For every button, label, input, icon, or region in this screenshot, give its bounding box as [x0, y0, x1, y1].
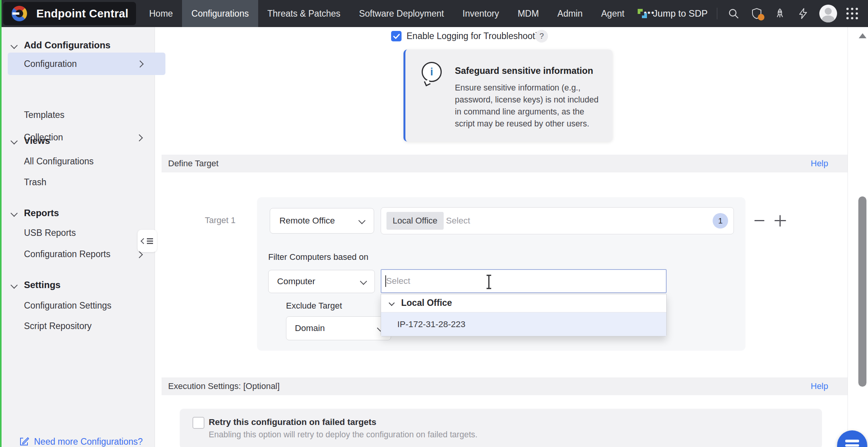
add-target-button[interactable] — [774, 214, 787, 227]
sidebar-item-label: All Configurations — [24, 156, 94, 166]
search-icon[interactable] — [727, 7, 740, 20]
sidebar-item-label: Configuration Reports — [24, 249, 111, 259]
shield-alert-dot — [758, 14, 764, 20]
sidebar-item-label: Trash — [24, 177, 46, 187]
exclude-type-value: Domain — [295, 317, 325, 340]
menu-lines-icon — [147, 238, 153, 239]
info-card-title: Safeguard sensitive information — [455, 66, 593, 76]
sidebar-item-label: Configuration Settings — [24, 300, 111, 311]
pencil-icon — [19, 436, 29, 447]
brand-title: Endpoint Central — [36, 7, 128, 20]
check-icon — [393, 34, 400, 39]
screen-left-edge — [0, 0, 2, 447]
execution-settings-section-bar: Execution Settings: [Optional] Help — [162, 377, 848, 395]
need-more-configurations-link[interactable]: Need more Configurations? — [19, 436, 143, 447]
sidebar-item-configuration[interactable]: Configuration — [8, 53, 165, 75]
nav-item-mdm[interactable]: MDM — [508, 0, 548, 27]
need-more-configurations-label: Need more Configurations? — [34, 437, 143, 447]
user-avatar[interactable] — [819, 5, 837, 22]
nav-item-home[interactable]: Home — [140, 0, 182, 27]
filter-type-select[interactable]: Computer — [268, 270, 375, 293]
execution-settings-help-link[interactable]: Help — [811, 377, 828, 395]
sidebar: Add Configurations Configuration Templat… — [2, 27, 155, 447]
target-type-value: Remote Office — [279, 208, 335, 233]
sidebar-item-configuration-settings[interactable]: Configuration Settings — [2, 296, 177, 315]
enable-logging-checkbox[interactable] — [391, 31, 402, 41]
computer-select-dropdown: Local Office IP-172-31-28-223 — [381, 294, 667, 336]
minus-icon — [754, 220, 764, 221]
rocket-icon[interactable] — [773, 7, 787, 20]
top-navbar: Endpoint Central Home Configurations Thr… — [0, 0, 868, 27]
exclude-type-select[interactable]: Domain — [286, 316, 391, 340]
lightning-icon[interactable] — [796, 7, 810, 20]
chevron-left-icon — [141, 238, 147, 244]
content-right-divider — [848, 27, 848, 447]
retry-option-card — [180, 409, 822, 447]
brand-logo-box[interactable]: Endpoint Central — [3, 2, 136, 25]
menu-line-icon — [845, 444, 859, 447]
dropdown-group-local-office[interactable]: Local Office — [381, 294, 666, 312]
sidebar-item-script-repository[interactable]: Script Repository — [2, 317, 177, 335]
sidebar-item-label: Templates — [24, 110, 65, 120]
dropdown-item-ip-172-31-28-223[interactable]: IP-172-31-28-223 — [381, 312, 666, 336]
define-target-section-bar: Define Target Help — [162, 155, 848, 172]
nav-item-inventory[interactable]: Inventory — [453, 0, 509, 27]
computer-filter-search-input[interactable]: Select — [381, 269, 667, 293]
filter-placeholder: Select — [386, 270, 410, 292]
exclude-target-label: Exclude Target — [286, 301, 342, 311]
nav-item-configurations[interactable]: Configurations — [182, 0, 258, 27]
define-target-help-link[interactable]: Help — [811, 155, 828, 172]
nav-item-threats-patches[interactable]: Threats & Patches — [258, 0, 350, 27]
endpoint-central-screen: Endpoint Central Home Configurations Thr… — [0, 0, 868, 447]
jump-to-sdp-label: Jump to SDP — [653, 8, 708, 19]
jump-to-sdp-button[interactable]: Jump to SDP — [636, 7, 708, 20]
selected-count-badge: 1 — [713, 213, 728, 229]
chevron-down-icon — [389, 300, 395, 306]
target-1-label: Target 1 — [205, 215, 236, 225]
chevron-down-icon — [360, 278, 367, 285]
sidebar-section-views[interactable]: Views — [2, 131, 177, 150]
sidebar-collapse-button[interactable] — [138, 230, 157, 252]
menu-line-icon — [845, 440, 859, 442]
retry-label: Retry this configuration on failed targe… — [209, 417, 376, 427]
scrollbar-up-arrow[interactable] — [859, 33, 866, 38]
navbar-right-cluster: Jump to SDP — [636, 0, 858, 27]
dropdown-group-label: Local Office — [401, 294, 452, 312]
main-nav: Home Configurations Threats & Patches So… — [140, 0, 665, 27]
safeguard-info-card: i Safeguard sensitive information Ensure… — [403, 49, 613, 142]
dropdown-item-label: IP-172-31-28-223 — [397, 312, 465, 336]
security-shield-icon[interactable] — [750, 7, 764, 20]
sidebar-item-templates[interactable]: Templates — [2, 106, 177, 124]
sidebar-section-title: Settings — [24, 280, 61, 290]
chat-fab-button[interactable] — [837, 430, 867, 447]
sidebar-section-title: Add Configurations — [24, 40, 111, 50]
filter-computers-label: Filter Computers based on — [268, 252, 368, 262]
chevron-right-icon — [136, 251, 143, 258]
remote-office-scope-select[interactable]: Local Office Select 1 — [381, 207, 734, 234]
nav-item-admin[interactable]: Admin — [548, 0, 592, 27]
help-question-badge[interactable]: ? — [535, 30, 548, 43]
local-office-tag[interactable]: Local Office — [386, 212, 444, 230]
chevron-down-icon — [358, 217, 365, 224]
sidebar-section-title: Views — [24, 135, 50, 146]
remove-target-button[interactable] — [753, 214, 766, 227]
sidebar-section-reports[interactable]: Reports — [2, 204, 177, 222]
ibeam-cursor-icon — [485, 273, 493, 291]
target-type-select[interactable]: Remote Office — [270, 208, 374, 234]
info-icon: i — [422, 62, 442, 82]
chevron-down-icon — [10, 42, 17, 49]
nav-item-software-deployment[interactable]: Software Deployment — [350, 0, 453, 27]
retry-checkbox[interactable] — [192, 417, 204, 429]
apps-grid-icon[interactable] — [846, 8, 858, 19]
sidebar-section-add-configurations[interactable]: Add Configurations — [2, 36, 177, 55]
execution-settings-title: Execution Settings: [Optional] — [168, 377, 280, 395]
sidebar-section-settings[interactable]: Settings — [2, 276, 177, 294]
scrollbar-thumb[interactable] — [858, 196, 866, 387]
nav-item-agent[interactable]: Agent — [592, 0, 634, 27]
chevron-right-icon — [136, 60, 143, 67]
plus-icon — [779, 215, 781, 227]
sidebar-item-trash[interactable]: Trash — [2, 173, 177, 191]
sidebar-item-all-configurations[interactable]: All Configurations — [2, 152, 177, 171]
sidebar-item-label: Configuration — [24, 59, 77, 69]
chevron-down-icon — [10, 210, 17, 217]
